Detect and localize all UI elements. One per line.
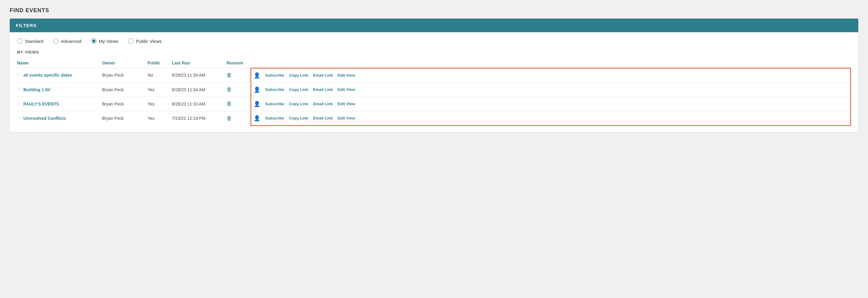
event-name-link[interactable]: PAULY'S EVENTS: [23, 102, 59, 106]
lastrun-cell: 8/28/23 11:34 AM: [172, 68, 226, 83]
public-cell: Yes: [148, 111, 172, 126]
radio-advanced[interactable]: Advanced: [53, 38, 82, 44]
edit-view-button[interactable]: Edit View: [338, 102, 355, 106]
actions-cell: 👤 Subscribe Copy Link Email Link Edit Vi…: [251, 82, 851, 97]
radio-standard-input[interactable]: [17, 38, 23, 44]
owner-cell: Bryan Peck: [102, 97, 148, 111]
edit-view-button[interactable]: Edit View: [338, 87, 355, 92]
edit-view-button[interactable]: Edit View: [338, 73, 355, 78]
section-label: MY VIEWS: [17, 50, 851, 54]
lastrun-cell: 8/28/23 11:34 AM: [172, 82, 226, 97]
owner-cell: Bryan Peck: [102, 82, 148, 97]
action-buttons: 👤 Subscribe Copy Link Email Link Edit Vi…: [251, 97, 850, 111]
copy-link-button[interactable]: Copy Link: [289, 102, 308, 106]
heart-icon[interactable]: ♡: [17, 116, 21, 121]
table-row: ♡ Building 1 AV Bryan PeckYes8/28/23 11:…: [17, 82, 851, 97]
trash-icon[interactable]: 🗑: [226, 101, 232, 107]
radio-advanced-input[interactable]: [53, 38, 59, 44]
radio-standard[interactable]: Standard: [17, 38, 43, 44]
filters-panel: FILTERS Standard Advanced My Views Publi: [10, 19, 858, 132]
heart-icon[interactable]: ♡: [17, 73, 21, 78]
user-icon: 👤: [254, 115, 260, 121]
radio-publicviews-input[interactable]: [128, 38, 134, 44]
radio-group: Standard Advanced My Views Public Views: [17, 38, 851, 44]
heart-icon[interactable]: ♡: [17, 102, 21, 106]
table-row: ♡ Unresolved Conflicts Bryan PeckYes7/23…: [17, 111, 851, 126]
views-table: Name Owner Public Last Run Remove ♡ all …: [17, 58, 851, 126]
event-name-link[interactable]: Unresolved Conflicts: [23, 116, 66, 121]
col-header-owner: Owner: [102, 58, 148, 68]
owner-cell: Bryan Peck: [102, 68, 148, 83]
copy-link-button[interactable]: Copy Link: [289, 116, 308, 120]
remove-cell[interactable]: 🗑: [226, 82, 251, 97]
action-buttons: 👤 Subscribe Copy Link Email Link Edit Vi…: [251, 111, 850, 125]
edit-view-button[interactable]: Edit View: [338, 116, 355, 120]
email-link-button[interactable]: Email Link: [313, 116, 333, 120]
radio-myviews[interactable]: My Views: [91, 38, 119, 44]
actions-cell: 👤 Subscribe Copy Link Email Link Edit Vi…: [251, 97, 851, 111]
user-icon: 👤: [254, 86, 260, 93]
email-link-button[interactable]: Email Link: [313, 102, 333, 106]
filters-header: FILTERS: [10, 19, 858, 32]
email-link-button[interactable]: Email Link: [313, 87, 333, 92]
event-name-link[interactable]: all events specific dates: [23, 73, 72, 78]
action-buttons: 👤 Subscribe Copy Link Email Link Edit Vi…: [251, 83, 850, 97]
subscribe-button[interactable]: Subscribe: [265, 102, 284, 106]
col-header-public: Public: [148, 58, 172, 68]
trash-icon[interactable]: 🗑: [226, 115, 232, 121]
remove-cell[interactable]: 🗑: [226, 68, 251, 83]
table-row: ♡ all events specific dates Bryan PeckNo…: [17, 68, 851, 83]
action-buttons: 👤 Subscribe Copy Link Email Link Edit Vi…: [251, 69, 850, 82]
actions-cell: 👤 Subscribe Copy Link Email Link Edit Vi…: [251, 68, 851, 83]
radio-publicviews-label: Public Views: [136, 38, 162, 44]
heart-icon[interactable]: ♡: [17, 87, 21, 92]
public-cell: Yes: [148, 82, 172, 97]
radio-advanced-label: Advanced: [61, 38, 82, 44]
event-name-link[interactable]: Building 1 AV: [23, 87, 51, 92]
subscribe-button[interactable]: Subscribe: [265, 73, 284, 78]
user-icon: 👤: [254, 72, 260, 79]
trash-icon[interactable]: 🗑: [226, 86, 232, 92]
col-header-name: Name: [17, 58, 102, 68]
table-row: ♡ PAULY'S EVENTS Bryan PeckYes8/28/23 11…: [17, 97, 851, 111]
subscribe-button[interactable]: Subscribe: [265, 116, 284, 120]
remove-cell[interactable]: 🗑: [226, 97, 251, 111]
trash-icon[interactable]: 🗑: [226, 72, 232, 78]
subscribe-button[interactable]: Subscribe: [265, 87, 284, 92]
col-header-lastrun: Last Run: [172, 58, 226, 68]
public-cell: Yes: [148, 97, 172, 111]
lastrun-cell: 8/28/23 11:33 AM: [172, 97, 226, 111]
remove-cell[interactable]: 🗑: [226, 111, 251, 126]
owner-cell: Bryan Peck: [102, 111, 148, 126]
page-container: FIND EVENTS FILTERS Standard Advanced My…: [10, 7, 858, 132]
copy-link-button[interactable]: Copy Link: [289, 73, 308, 78]
user-icon: 👤: [254, 101, 260, 107]
radio-publicviews[interactable]: Public Views: [128, 38, 162, 44]
lastrun-cell: 7/23/21 12:19 PM: [172, 111, 226, 126]
copy-link-button[interactable]: Copy Link: [289, 87, 308, 92]
radio-standard-label: Standard: [25, 38, 43, 44]
radio-myviews-input[interactable]: [91, 38, 97, 44]
public-cell: No: [148, 68, 172, 83]
col-header-actions: [251, 58, 851, 68]
page-title: FIND EVENTS: [10, 7, 858, 14]
radio-myviews-label: My Views: [99, 38, 119, 44]
email-link-button[interactable]: Email Link: [313, 73, 333, 78]
actions-cell: 👤 Subscribe Copy Link Email Link Edit Vi…: [251, 111, 851, 126]
col-header-remove: Remove: [226, 58, 251, 68]
